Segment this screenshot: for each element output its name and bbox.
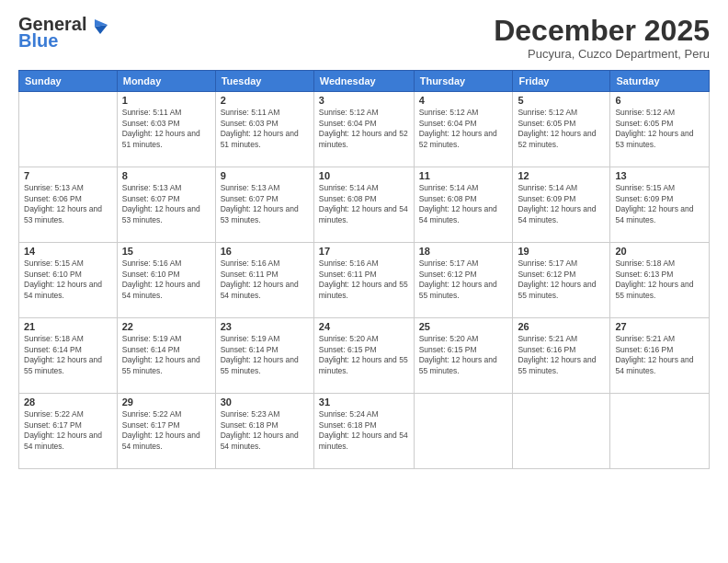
day-number: 1 — [122, 95, 210, 106]
day-number: 19 — [518, 246, 605, 257]
table-row: 2Sunrise: 5:11 AMSunset: 6:03 PMDaylight… — [215, 92, 313, 167]
day-number: 2 — [221, 95, 309, 106]
header-tuesday: Tuesday — [215, 71, 313, 92]
logo-blue-label: Blue — [18, 30, 58, 52]
day-info: Sunrise: 5:13 AMSunset: 6:07 PMDaylight:… — [122, 183, 210, 225]
day-number: 29 — [122, 396, 210, 408]
day-number: 22 — [122, 321, 210, 332]
day-number: 28 — [24, 396, 112, 408]
table-row: 7Sunrise: 5:13 AMSunset: 6:06 PMDaylight… — [19, 167, 118, 243]
day-info: Sunrise: 5:24 AMSunset: 6:18 PMDaylight:… — [319, 409, 409, 452]
day-info: Sunrise: 5:17 AMSunset: 6:12 PMDaylight:… — [518, 259, 605, 301]
header-saturday: Saturday — [610, 71, 710, 92]
day-info: Sunrise: 5:16 AMSunset: 6:11 PMDaylight:… — [221, 259, 309, 301]
day-number: 18 — [419, 246, 508, 257]
table-row: 22Sunrise: 5:19 AMSunset: 6:14 PMDayligh… — [117, 318, 215, 394]
day-info: Sunrise: 5:21 AMSunset: 6:16 PMDaylight:… — [518, 334, 605, 376]
day-number: 16 — [221, 246, 309, 257]
table-row: 29Sunrise: 5:22 AMSunset: 6:17 PMDayligh… — [117, 394, 215, 469]
calendar-row: 28Sunrise: 5:22 AMSunset: 6:17 PMDayligh… — [19, 394, 710, 469]
day-number: 8 — [122, 170, 210, 181]
table-row: 1Sunrise: 5:11 AMSunset: 6:03 PMDaylight… — [117, 92, 215, 167]
table-row — [414, 394, 513, 469]
table-row — [610, 394, 710, 469]
day-info: Sunrise: 5:13 AMSunset: 6:06 PMDaylight:… — [24, 183, 112, 225]
day-info: Sunrise: 5:15 AMSunset: 6:10 PMDaylight:… — [24, 259, 112, 301]
day-info: Sunrise: 5:14 AMSunset: 6:09 PMDaylight:… — [518, 183, 605, 225]
table-row: 14Sunrise: 5:15 AMSunset: 6:10 PMDayligh… — [19, 243, 118, 318]
day-number: 12 — [518, 170, 605, 181]
table-row: 21Sunrise: 5:18 AMSunset: 6:14 PMDayligh… — [19, 318, 118, 394]
day-info: Sunrise: 5:22 AMSunset: 6:17 PMDaylight:… — [24, 409, 112, 452]
table-row: 9Sunrise: 5:13 AMSunset: 6:07 PMDaylight… — [215, 167, 313, 243]
table-row: 11Sunrise: 5:14 AMSunset: 6:08 PMDayligh… — [414, 167, 513, 243]
day-info: Sunrise: 5:18 AMSunset: 6:14 PMDaylight:… — [24, 334, 112, 376]
header-monday: Monday — [117, 71, 215, 92]
table-row: 8Sunrise: 5:13 AMSunset: 6:07 PMDaylight… — [117, 167, 215, 243]
title-area: December 2025 Pucyura, Cuzco Department,… — [494, 15, 710, 61]
header-sunday: Sunday — [19, 71, 118, 92]
day-number: 7 — [24, 170, 112, 181]
day-number: 13 — [615, 170, 704, 181]
calendar-row: 7Sunrise: 5:13 AMSunset: 6:06 PMDaylight… — [19, 167, 710, 243]
table-row: 24Sunrise: 5:20 AMSunset: 6:15 PMDayligh… — [313, 318, 414, 394]
day-number: 30 — [221, 396, 309, 408]
day-info: Sunrise: 5:14 AMSunset: 6:08 PMDaylight:… — [319, 183, 409, 225]
table-row: 6Sunrise: 5:12 AMSunset: 6:05 PMDaylight… — [610, 92, 710, 167]
day-info: Sunrise: 5:17 AMSunset: 6:12 PMDaylight:… — [419, 259, 508, 301]
day-number: 26 — [518, 321, 605, 332]
day-number: 27 — [615, 321, 704, 332]
table-row: 20Sunrise: 5:18 AMSunset: 6:13 PMDayligh… — [610, 243, 710, 318]
month-title: December 2025 — [494, 15, 710, 47]
table-row: 19Sunrise: 5:17 AMSunset: 6:12 PMDayligh… — [513, 243, 610, 318]
day-info: Sunrise: 5:16 AMSunset: 6:11 PMDaylight:… — [319, 259, 409, 301]
day-number: 15 — [122, 246, 210, 257]
day-info: Sunrise: 5:12 AMSunset: 6:05 PMDaylight:… — [518, 108, 605, 150]
day-info: Sunrise: 5:20 AMSunset: 6:15 PMDaylight:… — [419, 334, 508, 376]
table-row: 27Sunrise: 5:21 AMSunset: 6:16 PMDayligh… — [610, 318, 710, 394]
logo: General Blue — [18, 15, 108, 52]
table-row: 18Sunrise: 5:17 AMSunset: 6:12 PMDayligh… — [414, 243, 513, 318]
table-row: 15Sunrise: 5:16 AMSunset: 6:10 PMDayligh… — [117, 243, 215, 318]
table-row: 30Sunrise: 5:23 AMSunset: 6:18 PMDayligh… — [215, 394, 313, 469]
day-info: Sunrise: 5:11 AMSunset: 6:03 PMDaylight:… — [221, 108, 309, 150]
table-row: 12Sunrise: 5:14 AMSunset: 6:09 PMDayligh… — [513, 167, 610, 243]
day-info: Sunrise: 5:20 AMSunset: 6:15 PMDaylight:… — [319, 334, 409, 376]
day-info: Sunrise: 5:11 AMSunset: 6:03 PMDaylight:… — [122, 108, 210, 150]
day-info: Sunrise: 5:19 AMSunset: 6:14 PMDaylight:… — [122, 334, 210, 376]
day-info: Sunrise: 5:13 AMSunset: 6:07 PMDaylight:… — [221, 183, 309, 225]
day-number: 24 — [319, 321, 409, 332]
day-info: Sunrise: 5:22 AMSunset: 6:17 PMDaylight:… — [122, 409, 210, 452]
table-row: 25Sunrise: 5:20 AMSunset: 6:15 PMDayligh… — [414, 318, 513, 394]
day-info: Sunrise: 5:16 AMSunset: 6:10 PMDaylight:… — [122, 259, 210, 301]
day-number: 9 — [221, 170, 309, 181]
day-info: Sunrise: 5:12 AMSunset: 6:05 PMDaylight:… — [615, 108, 704, 150]
table-row: 28Sunrise: 5:22 AMSunset: 6:17 PMDayligh… — [19, 394, 118, 469]
day-number: 17 — [319, 246, 409, 257]
calendar-row: 14Sunrise: 5:15 AMSunset: 6:10 PMDayligh… — [19, 243, 710, 318]
table-row — [513, 394, 610, 469]
day-number: 21 — [24, 321, 112, 332]
calendar-row: 21Sunrise: 5:18 AMSunset: 6:14 PMDayligh… — [19, 318, 710, 394]
day-info: Sunrise: 5:12 AMSunset: 6:04 PMDaylight:… — [319, 108, 409, 150]
calendar-row: 1Sunrise: 5:11 AMSunset: 6:03 PMDaylight… — [19, 92, 710, 167]
header-friday: Friday — [513, 71, 610, 92]
day-info: Sunrise: 5:15 AMSunset: 6:09 PMDaylight:… — [615, 183, 704, 225]
day-number: 4 — [419, 95, 508, 106]
day-info: Sunrise: 5:14 AMSunset: 6:08 PMDaylight:… — [419, 183, 508, 225]
table-row: 3Sunrise: 5:12 AMSunset: 6:04 PMDaylight… — [313, 92, 414, 167]
day-info: Sunrise: 5:21 AMSunset: 6:16 PMDaylight:… — [615, 334, 704, 376]
day-number: 6 — [615, 95, 704, 106]
day-number: 25 — [419, 321, 508, 332]
table-row: 4Sunrise: 5:12 AMSunset: 6:04 PMDaylight… — [414, 92, 513, 167]
day-number: 20 — [615, 246, 704, 257]
day-info: Sunrise: 5:18 AMSunset: 6:13 PMDaylight:… — [615, 259, 704, 301]
table-row: 17Sunrise: 5:16 AMSunset: 6:11 PMDayligh… — [313, 243, 414, 318]
calendar-header-row: Sunday Monday Tuesday Wednesday Thursday… — [19, 71, 710, 92]
table-row: 13Sunrise: 5:15 AMSunset: 6:09 PMDayligh… — [610, 167, 710, 243]
table-row: 31Sunrise: 5:24 AMSunset: 6:18 PMDayligh… — [313, 394, 414, 469]
day-info: Sunrise: 5:23 AMSunset: 6:18 PMDaylight:… — [221, 409, 309, 452]
table-row: 26Sunrise: 5:21 AMSunset: 6:16 PMDayligh… — [513, 318, 610, 394]
day-number: 3 — [319, 95, 409, 106]
logo-bird-icon — [87, 17, 108, 34]
